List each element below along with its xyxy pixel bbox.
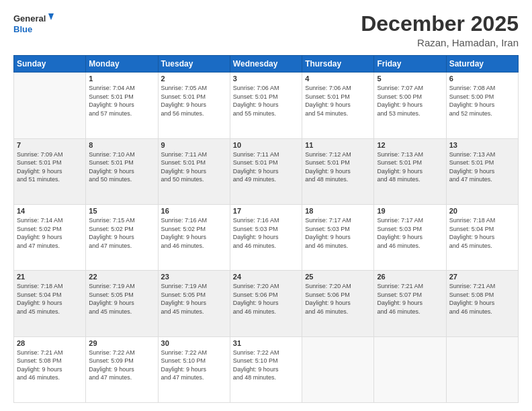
day-info: Sunrise: 7:09 AM Sunset: 5:01 PM Dayligh…: [17, 150, 83, 184]
calendar-cell: 12Sunrise: 7:13 AM Sunset: 5:01 PM Dayli…: [374, 138, 446, 204]
calendar-cell: 6Sunrise: 7:08 AM Sunset: 5:00 PM Daylig…: [446, 73, 518, 138]
day-info: Sunrise: 7:21 AM Sunset: 5:07 PM Dayligh…: [377, 282, 443, 316]
calendar-cell: 8Sunrise: 7:10 AM Sunset: 5:01 PM Daylig…: [86, 138, 158, 204]
day-number: 10: [233, 141, 299, 149]
col-header-saturday: Saturday: [446, 56, 518, 73]
calendar-cell: [446, 336, 518, 402]
day-number: 30: [161, 339, 227, 347]
day-number: 18: [305, 207, 371, 215]
week-row-3: 14Sunrise: 7:14 AM Sunset: 5:02 PM Dayli…: [14, 204, 519, 270]
day-info: Sunrise: 7:08 AM Sunset: 5:00 PM Dayligh…: [449, 84, 515, 118]
svg-text:Blue: Blue: [13, 24, 32, 34]
day-info: Sunrise: 7:14 AM Sunset: 5:02 PM Dayligh…: [17, 216, 83, 250]
day-info: Sunrise: 7:19 AM Sunset: 5:05 PM Dayligh…: [89, 282, 154, 316]
day-info: Sunrise: 7:12 AM Sunset: 5:01 PM Dayligh…: [305, 150, 371, 184]
day-info: Sunrise: 7:22 AM Sunset: 5:10 PM Dayligh…: [161, 349, 227, 382]
calendar-cell: 14Sunrise: 7:14 AM Sunset: 5:02 PM Dayli…: [14, 204, 86, 270]
day-number: 9: [161, 141, 227, 149]
day-number: 24: [233, 273, 299, 281]
calendar-cell: 16Sunrise: 7:16 AM Sunset: 5:02 PM Dayli…: [158, 204, 230, 270]
day-number: 21: [17, 273, 83, 281]
calendar-cell: 9Sunrise: 7:11 AM Sunset: 5:01 PM Daylig…: [158, 138, 230, 204]
col-header-friday: Friday: [374, 56, 446, 73]
day-number: 3: [233, 75, 299, 83]
day-number: 29: [89, 339, 154, 347]
day-number: 8: [89, 141, 154, 149]
day-number: 4: [305, 75, 371, 83]
calendar-body: 1Sunrise: 7:04 AM Sunset: 5:01 PM Daylig…: [14, 73, 519, 403]
calendar-cell: 24Sunrise: 7:20 AM Sunset: 5:06 PM Dayli…: [230, 271, 302, 336]
calendar-cell: 13Sunrise: 7:13 AM Sunset: 5:01 PM Dayli…: [446, 138, 518, 204]
calendar-cell: 28Sunrise: 7:21 AM Sunset: 5:08 PM Dayli…: [14, 336, 86, 402]
page: General Blue December 2025 Razan, Hamada…: [0, 0, 532, 411]
day-info: Sunrise: 7:05 AM Sunset: 5:01 PM Dayligh…: [161, 84, 227, 118]
logo: General Blue: [13, 12, 54, 36]
header: General Blue December 2025 Razan, Hamada…: [13, 12, 519, 48]
calendar-cell: 15Sunrise: 7:15 AM Sunset: 5:02 PM Dayli…: [86, 204, 158, 270]
day-info: Sunrise: 7:21 AM Sunset: 5:08 PM Dayligh…: [17, 349, 83, 382]
calendar-cell: 22Sunrise: 7:19 AM Sunset: 5:05 PM Dayli…: [86, 271, 158, 336]
calendar-cell: 29Sunrise: 7:22 AM Sunset: 5:09 PM Dayli…: [86, 336, 158, 402]
day-info: Sunrise: 7:06 AM Sunset: 5:01 PM Dayligh…: [305, 84, 371, 118]
svg-marker-2: [48, 13, 54, 20]
week-row-4: 21Sunrise: 7:18 AM Sunset: 5:04 PM Dayli…: [14, 271, 519, 336]
day-info: Sunrise: 7:18 AM Sunset: 5:04 PM Dayligh…: [449, 216, 515, 250]
day-info: Sunrise: 7:04 AM Sunset: 5:01 PM Dayligh…: [89, 84, 154, 118]
calendar-cell: 7Sunrise: 7:09 AM Sunset: 5:01 PM Daylig…: [14, 138, 86, 204]
month-title: December 2025: [361, 12, 519, 36]
day-info: Sunrise: 7:18 AM Sunset: 5:04 PM Dayligh…: [17, 282, 83, 316]
day-info: Sunrise: 7:16 AM Sunset: 5:02 PM Dayligh…: [161, 216, 227, 250]
svg-text:General: General: [13, 13, 46, 24]
day-number: 1: [89, 75, 154, 83]
calendar-cell: 3Sunrise: 7:06 AM Sunset: 5:01 PM Daylig…: [230, 73, 302, 138]
day-number: 11: [305, 141, 371, 149]
calendar-cell: 11Sunrise: 7:12 AM Sunset: 5:01 PM Dayli…: [302, 138, 374, 204]
calendar-cell: 31Sunrise: 7:22 AM Sunset: 5:10 PM Dayli…: [230, 336, 302, 402]
calendar-cell: 1Sunrise: 7:04 AM Sunset: 5:01 PM Daylig…: [86, 73, 158, 138]
week-row-2: 7Sunrise: 7:09 AM Sunset: 5:01 PM Daylig…: [14, 138, 519, 204]
day-number: 2: [161, 75, 227, 83]
calendar-cell: [302, 336, 374, 402]
calendar-cell: 21Sunrise: 7:18 AM Sunset: 5:04 PM Dayli…: [14, 271, 86, 336]
day-number: 14: [17, 207, 83, 215]
day-number: 16: [161, 207, 227, 215]
day-number: 28: [17, 339, 83, 347]
col-header-tuesday: Tuesday: [158, 56, 230, 73]
day-info: Sunrise: 7:07 AM Sunset: 5:00 PM Dayligh…: [377, 84, 443, 118]
day-info: Sunrise: 7:22 AM Sunset: 5:10 PM Dayligh…: [233, 349, 299, 382]
day-number: 15: [89, 207, 154, 215]
calendar-cell: 26Sunrise: 7:21 AM Sunset: 5:07 PM Dayli…: [374, 271, 446, 336]
calendar-cell: 2Sunrise: 7:05 AM Sunset: 5:01 PM Daylig…: [158, 73, 230, 138]
calendar-table: SundayMondayTuesdayWednesdayThursdayFrid…: [13, 55, 519, 403]
day-number: 31: [233, 339, 299, 347]
calendar-cell: 20Sunrise: 7:18 AM Sunset: 5:04 PM Dayli…: [446, 204, 518, 270]
calendar-cell: 30Sunrise: 7:22 AM Sunset: 5:10 PM Dayli…: [158, 336, 230, 402]
day-number: 26: [377, 273, 443, 281]
day-info: Sunrise: 7:22 AM Sunset: 5:09 PM Dayligh…: [89, 349, 154, 382]
day-info: Sunrise: 7:19 AM Sunset: 5:05 PM Dayligh…: [161, 282, 227, 316]
calendar-cell: 19Sunrise: 7:17 AM Sunset: 5:03 PM Dayli…: [374, 204, 446, 270]
day-number: 6: [449, 75, 515, 83]
calendar-cell: 25Sunrise: 7:20 AM Sunset: 5:06 PM Dayli…: [302, 271, 374, 336]
day-info: Sunrise: 7:11 AM Sunset: 5:01 PM Dayligh…: [161, 150, 227, 184]
day-number: 12: [377, 141, 443, 149]
day-info: Sunrise: 7:16 AM Sunset: 5:03 PM Dayligh…: [233, 216, 299, 250]
calendar-cell: 27Sunrise: 7:21 AM Sunset: 5:08 PM Dayli…: [446, 271, 518, 336]
calendar-cell: 17Sunrise: 7:16 AM Sunset: 5:03 PM Dayli…: [230, 204, 302, 270]
day-info: Sunrise: 7:10 AM Sunset: 5:01 PM Dayligh…: [89, 150, 154, 184]
calendar-cell: 23Sunrise: 7:19 AM Sunset: 5:05 PM Dayli…: [158, 271, 230, 336]
calendar-cell: 4Sunrise: 7:06 AM Sunset: 5:01 PM Daylig…: [302, 73, 374, 138]
calendar-cell: 18Sunrise: 7:17 AM Sunset: 5:03 PM Dayli…: [302, 204, 374, 270]
day-info: Sunrise: 7:13 AM Sunset: 5:01 PM Dayligh…: [377, 150, 443, 184]
day-info: Sunrise: 7:13 AM Sunset: 5:01 PM Dayligh…: [449, 150, 515, 184]
day-number: 23: [161, 273, 227, 281]
subtitle: Razan, Hamadan, Iran: [361, 37, 519, 48]
day-info: Sunrise: 7:20 AM Sunset: 5:06 PM Dayligh…: [233, 282, 299, 316]
calendar-cell: [14, 73, 86, 138]
day-info: Sunrise: 7:17 AM Sunset: 5:03 PM Dayligh…: [305, 216, 371, 250]
day-number: 19: [377, 207, 443, 215]
day-info: Sunrise: 7:21 AM Sunset: 5:08 PM Dayligh…: [449, 282, 515, 316]
day-info: Sunrise: 7:15 AM Sunset: 5:02 PM Dayligh…: [89, 216, 154, 250]
logo-svg: General Blue: [13, 12, 54, 36]
day-number: 13: [449, 141, 515, 149]
